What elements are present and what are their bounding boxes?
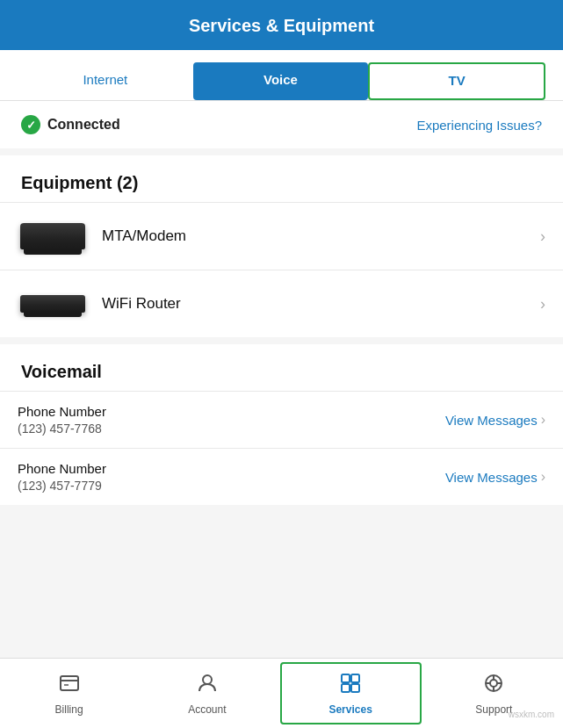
experiencing-issues-link[interactable]: Experiencing Issues?	[416, 118, 542, 133]
voicemail-info-2: Phone Number (123) 457-7779	[18, 461, 106, 493]
header: Services & Equipment	[0, 0, 563, 50]
support-label: Support	[475, 703, 512, 716]
router-name: WiFi Router	[102, 295, 540, 313]
voicemail-number-1: (123) 457-7768	[18, 422, 106, 436]
view-messages-chevron-2: ›	[541, 469, 545, 485]
router-chevron-icon: ›	[540, 295, 545, 314]
nav-item-services[interactable]: Services	[280, 662, 422, 724]
header-title: Services & Equipment	[189, 16, 374, 35]
voicemail-number-2: (123) 457-7779	[18, 479, 106, 493]
status-bar: ✓ Connected Experiencing Issues?	[0, 101, 563, 148]
modem-chevron-icon: ›	[540, 227, 545, 246]
voicemail-label-2: Phone Number	[18, 461, 106, 476]
voicemail-item-1[interactable]: Phone Number (123) 457-7768 View Message…	[0, 391, 563, 448]
svg-rect-7	[351, 684, 359, 692]
svg-point-9	[490, 680, 497, 687]
connected-label: Connected	[47, 117, 120, 133]
equipment-item-modem[interactable]: MTA/Modem ›	[0, 202, 563, 270]
modem-shape	[20, 223, 85, 249]
svg-point-3	[203, 675, 212, 684]
tab-tv[interactable]: TV	[368, 62, 545, 100]
billing-icon	[58, 672, 81, 700]
router-icon-container	[18, 283, 88, 325]
watermark: wsxkm.com	[509, 710, 554, 719]
view-messages-chevron-1: ›	[541, 412, 545, 428]
equipment-title: Equipment (2)	[0, 155, 563, 202]
svg-rect-5	[351, 674, 359, 682]
tab-internet[interactable]: Internet	[18, 62, 193, 100]
billing-label: Billing	[55, 703, 83, 716]
account-label: Account	[188, 703, 226, 716]
connected-icon: ✓	[21, 115, 40, 134]
voicemail-info-1: Phone Number (123) 457-7768	[18, 404, 106, 436]
voicemail-label-1: Phone Number	[18, 404, 106, 419]
support-icon	[482, 672, 505, 700]
voicemail-section: Voicemail Phone Number (123) 457-7768 Vi…	[0, 344, 563, 505]
connected-status: ✓ Connected	[21, 115, 120, 134]
voicemail-item-2[interactable]: Phone Number (123) 457-7779 View Message…	[0, 448, 563, 505]
services-label: Services	[328, 703, 372, 716]
svg-rect-4	[342, 674, 350, 682]
tab-voice[interactable]: Voice	[193, 62, 369, 100]
content-area: ✓ Connected Experiencing Issues? Equipme…	[0, 101, 563, 658]
tabs-bar: Internet Voice TV	[0, 50, 563, 101]
account-icon	[196, 672, 219, 700]
router-shape	[20, 295, 85, 313]
equipment-item-router[interactable]: WiFi Router ›	[0, 270, 563, 337]
view-messages-button-1[interactable]: View Messages ›	[445, 412, 545, 428]
bottom-nav: Billing Account Services	[0, 658, 563, 728]
equipment-section: Equipment (2) MTA/Modem › WiFi Router ›	[0, 155, 563, 337]
voicemail-title: Voicemail	[0, 344, 563, 391]
services-icon	[339, 672, 362, 700]
view-messages-button-2[interactable]: View Messages ›	[445, 469, 545, 485]
nav-item-account[interactable]: Account	[138, 659, 276, 728]
nav-item-billing[interactable]: Billing	[0, 659, 138, 728]
app-container: Services & Equipment Internet Voice TV ✓…	[0, 0, 563, 728]
svg-rect-6	[342, 684, 350, 692]
svg-rect-0	[61, 676, 78, 690]
modem-name: MTA/Modem	[102, 227, 540, 245]
modem-icon-container	[18, 215, 88, 257]
